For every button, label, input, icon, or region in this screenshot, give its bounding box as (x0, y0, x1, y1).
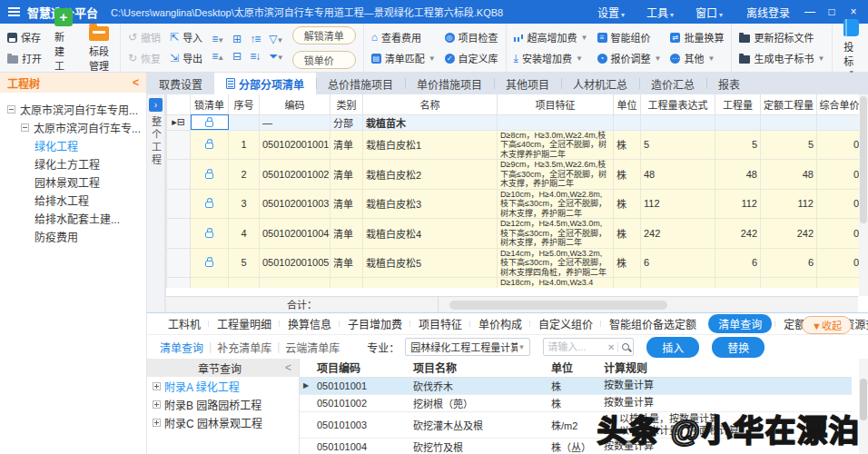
bottom-tab-子目增加费[interactable]: 子目增加费 (340, 316, 410, 331)
boq-row[interactable]: 2050102001002清单栽植白皮松2D≥9cm，H≥3.5m,W≥2.6m… (167, 160, 868, 190)
tab-取费设置[interactable]: 取费设置 (147, 73, 214, 94)
chapter-item[interactable]: 附录A 绿化工程 (147, 377, 299, 395)
query-row[interactable]: 050101003砍挖灌木丛及根株/m21、以株计量，按数量计算 2、以平方米计… (300, 411, 852, 438)
bottom-tab-换算信息[interactable]: 换算信息 (280, 316, 340, 331)
query-vertical-scrollbar[interactable] (859, 359, 868, 454)
tree-item[interactable]: 给排水配套土建... (0, 209, 146, 227)
boq-row[interactable]: 4050102001004清单栽植白皮松4D≥12cm，H≥4.5m,W≥3.0… (167, 219, 868, 249)
menu-工具[interactable]: 工具▾ (637, 5, 683, 20)
tab-报表[interactable]: 报表 (706, 73, 752, 94)
row-marker[interactable] (167, 130, 191, 160)
collapse-panel-button[interactable]: ▼收起 (802, 316, 852, 334)
sort-up-button[interactable]: ↑≡ (250, 34, 260, 44)
undo-button[interactable]: ↺撤销 (128, 30, 161, 44)
menu-设置[interactable]: 设置▾ (588, 5, 634, 20)
collapse-levels-button[interactable]: ≡▲ (212, 51, 223, 62)
batch-convert-button[interactable]: ⇄批量换算 (670, 30, 724, 44)
bottom-tab-项目特征[interactable]: 项目特征 (410, 316, 470, 331)
collapse-minus-icon[interactable] (21, 123, 29, 132)
lock-cell[interactable] (191, 248, 229, 278)
lock-cell[interactable] (191, 114, 229, 130)
insert-button[interactable]: 插入 (646, 337, 699, 358)
whole-project-label[interactable]: 整个工程 (149, 116, 163, 167)
super-high-fee-button[interactable]: 超高增加费▼ (514, 30, 588, 44)
boq-horizontal-scrollbar[interactable] (439, 297, 858, 312)
boq-section-row[interactable]: ▸⊟—分部栽植苗木 (167, 114, 868, 130)
price-adjust-button[interactable]: ◔报价调整▼ (597, 51, 662, 65)
collapse-minus-icon[interactable] (7, 105, 15, 114)
row-marker[interactable] (167, 189, 191, 219)
structure-down-button[interactable]: ⊟ (232, 51, 241, 62)
sort-down-button[interactable]: ≡↓ (250, 51, 260, 62)
bottom-tab-清单查询[interactable]: 清单查询 (708, 314, 772, 333)
bottom-tab-工料机[interactable]: 工料机 (160, 316, 209, 331)
other-button[interactable]: ⋯其他▼ (670, 51, 724, 65)
tree-item[interactable]: 园林景观工程 (0, 173, 146, 191)
tab-总价措施项目[interactable]: 总价措施项目 (316, 73, 405, 94)
section-mgmt-button[interactable]: 标段管理 (85, 24, 113, 73)
source-tab-清单查询[interactable]: 清单查询 (160, 340, 203, 355)
minimize-button[interactable]: — (799, 2, 821, 22)
source-tab-补充清单库[interactable]: 补充清单库 (217, 340, 271, 355)
tree-item[interactable]: 绿化土方工程 (0, 154, 146, 173)
boq-row[interactable]: 5050102001005清单栽植白皮松5D≥14cm，H≥5.0m,W≥3.2… (167, 248, 868, 278)
query-row[interactable]: 050101002挖树根（蔸）株按数量计算 (300, 394, 852, 411)
view-fee-button[interactable]: ⌂查看费用 (371, 30, 436, 44)
structure-up-button[interactable]: ⊞ (232, 34, 241, 44)
expand-plus-icon[interactable] (153, 419, 161, 427)
gen-ebid-button[interactable]: 生成电子标书▼ (739, 51, 824, 65)
lock-cell[interactable] (191, 219, 229, 249)
export-button[interactable]: ⇲导出 (170, 51, 202, 65)
tab-其他项目[interactable]: 其他项目 (494, 73, 561, 94)
bottom-tab-工程量明细[interactable]: 工程量明细 (209, 316, 280, 331)
lock-cell[interactable] (191, 189, 229, 219)
update-bid-file-button[interactable]: 更新招标文件 (739, 30, 824, 44)
search-input[interactable] (547, 341, 605, 352)
funnel-button[interactable]: ⏷▼ (269, 51, 283, 62)
tree-item[interactable]: 给排水工程 (0, 191, 146, 209)
bottom-tab-单价构成[interactable]: 单价构成 (470, 316, 530, 331)
row-marker[interactable] (167, 219, 191, 249)
tree-item[interactable]: 绿化工程 (0, 136, 146, 154)
chapter-collapse-button[interactable]: < (285, 361, 291, 374)
clear-search-icon[interactable]: ✕ (605, 342, 618, 352)
tab-分部分项清单[interactable]: 分部分项清单 (214, 73, 316, 94)
import-button[interactable]: ⇱导入 (170, 30, 202, 44)
smart-pricing-button[interactable]: ≡智能组价 (597, 30, 662, 44)
expand-plus-icon[interactable] (153, 382, 161, 390)
bid-button[interactable]: 投标▾ (840, 19, 863, 76)
bottom-tab-智能组价备选定额[interactable]: 智能组价备选定额 (601, 316, 705, 331)
tab-人材机汇总[interactable]: 人材机汇总 (561, 73, 639, 94)
search-icon[interactable] (622, 343, 629, 350)
row-marker[interactable]: ▸⊟ (167, 114, 191, 130)
chapter-item[interactable]: 附录B 园路园桥工程 (147, 395, 299, 413)
tree-item[interactable]: 太原市滨河自行车专... (0, 118, 146, 136)
query-row[interactable]: 050101004砍挖竹及根株（丛）按数量计算 (300, 438, 852, 454)
lock-cell[interactable] (191, 160, 229, 190)
redo-button[interactable]: ↻恢复 (128, 51, 161, 65)
boq-row[interactable]: 1050102001001清单栽植白皮松1D≥8cm，H≥3.0m,W≥2.4m… (167, 130, 868, 160)
menu-窗口[interactable]: 窗口▾ (686, 5, 732, 20)
major-dropdown[interactable]: 园林绿化工程工程量计算规范 ▼ (405, 338, 530, 356)
row-marker[interactable] (167, 160, 191, 190)
lock-price-button[interactable]: 锁单价 (292, 51, 356, 69)
tree-item[interactable]: 防疫费用 (0, 227, 146, 245)
chapter-item[interactable]: 附录C 园林景观工程 (147, 413, 299, 431)
offline-login[interactable]: 离线登录 (737, 5, 799, 20)
filter-button[interactable]: ▽▼ (269, 34, 283, 44)
project-check-button[interactable]: ◎项目检查 (445, 30, 498, 44)
sidebar-collapse-button[interactable]: < (133, 76, 139, 89)
boq-row[interactable]: 3050102001003清单栽植白皮松3D≥10cm，H≥4.0m,W≥2.8… (167, 189, 868, 219)
tab-单价措施项目[interactable]: 单价措施项目 (405, 73, 494, 94)
boq-vertical-scrollbar[interactable] (859, 94, 868, 296)
row-marker[interactable] (167, 248, 191, 278)
open-button[interactable]: 打开 (7, 51, 42, 65)
source-tab-云端清单库[interactable]: 云端清单库 (285, 340, 340, 355)
bottom-tab-自定义组价[interactable]: 自定义组价 (530, 316, 601, 331)
install-fee-button[interactable]: ⤓安装增加费▼ (514, 51, 588, 65)
expand-plus-icon[interactable] (153, 400, 161, 409)
query-row[interactable]: ▶050101001砍伐乔木株按数量计算 (300, 377, 852, 394)
hamburger-menu-icon[interactable] (0, 0, 27, 24)
expand-levels-button[interactable]: ≡▼ (212, 34, 223, 44)
expand-strip-button[interactable]: › (149, 98, 163, 112)
